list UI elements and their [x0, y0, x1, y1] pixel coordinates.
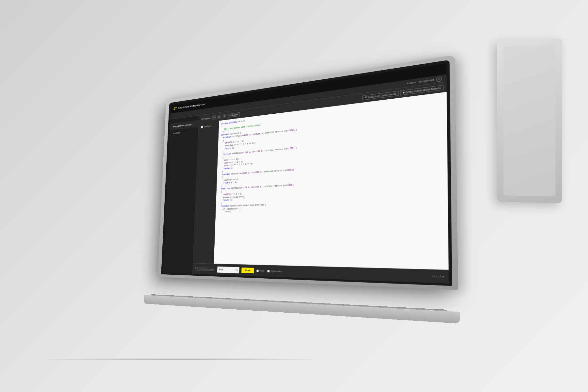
laptop-lid: EY Smart Contract Review Tool Account Te… [158, 55, 458, 290]
version-label[interactable]: v0.4.12 ▼ [433, 275, 445, 278]
optimization-checkbox[interactable]: Optimization [267, 270, 282, 273]
file-name: BNB.sol [204, 125, 211, 127]
code-editor[interactable]: pragma solidity ^0.4.8; /** * Math opera… [214, 92, 449, 270]
checkbox-group: via IR Optimization [256, 270, 282, 273]
scene: EY Smart Contract Review Tool Account Te… [0, 0, 588, 392]
account-icon[interactable]: ☺ [436, 76, 442, 82]
account-label: Account [407, 81, 416, 85]
app-title: Smart Contract Review Tool [178, 103, 205, 109]
content-area: File explorer ☷ 🗑 ⚙ Upload ▼ [193, 82, 449, 284]
deploy-label: Smart Contract to deploy [195, 267, 215, 271]
laptop-stand-inner [503, 45, 555, 196]
file-icon: 📄 [201, 125, 203, 128]
ey-logo: EY [173, 107, 177, 110]
laptop-screen: EY Smart Contract Review Tool Account Te… [163, 63, 449, 284]
account-name: Test Account [418, 78, 434, 83]
file-explorer-label: File explorer [201, 117, 211, 120]
optimization-input[interactable] [267, 270, 270, 272]
laptop-wrapper: EY Smart Contract Review Tool Account Te… [114, 74, 474, 318]
via-ir-checkbox[interactable]: via IR [256, 270, 264, 272]
search-wrapper: 🔍 [217, 266, 239, 273]
screen-bezel: EY Smart Contract Review Tool Account Te… [161, 60, 452, 286]
list-item[interactable]: 📄 BNB.sol [199, 122, 219, 130]
laptop-stand [497, 39, 562, 203]
select-icon: ☰ [365, 96, 367, 99]
search-icon: 🔍 [236, 269, 238, 271]
scan-button[interactable]: Scan [241, 268, 254, 273]
delete-icon[interactable]: 🗑 [217, 115, 221, 119]
ground-shadow [27, 358, 333, 361]
via-ir-input[interactable] [256, 270, 258, 272]
settings-icon[interactable]: ⚙ [222, 114, 226, 118]
copy-icon[interactable]: ☷ [212, 115, 216, 120]
upload-button[interactable]: Upload ▼ [228, 112, 240, 117]
app-ui: EY Smart Contract Review Tool Account Te… [163, 63, 449, 284]
extract-icon: ◆ [403, 91, 405, 94]
laptop-base [144, 295, 460, 323]
